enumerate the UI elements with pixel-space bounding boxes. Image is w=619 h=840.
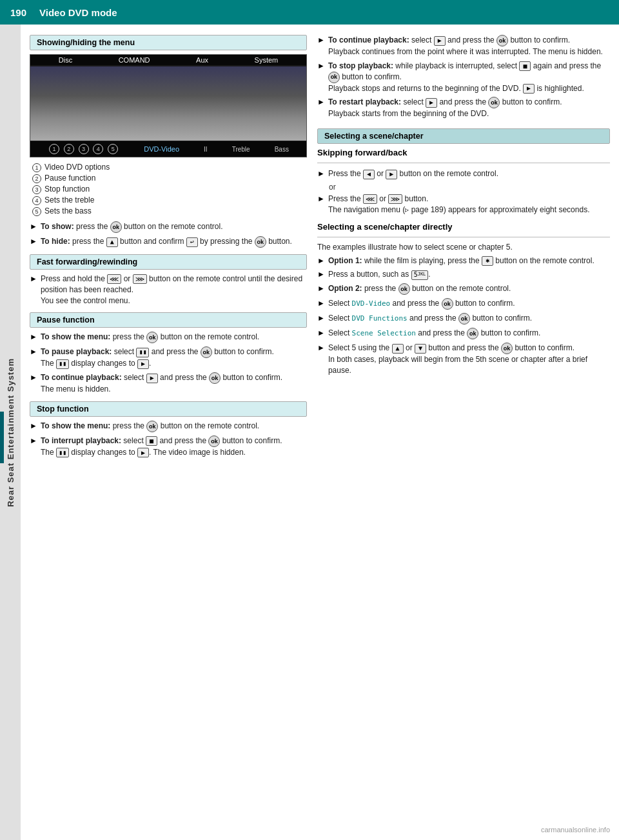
numbered-items: 1 Video DVD options 2 Pause function 3 S… <box>30 163 307 216</box>
list-item: 5 Sets the bass <box>32 206 307 216</box>
page-title: Video DVD mode <box>39 7 117 18</box>
bullet-select-5: ► Select 5 using the ▲ or ▼ button and p… <box>317 343 610 376</box>
bullet-pause-playback: ► To pause playback: select ▮▮ and press… <box>30 346 307 369</box>
list-item: 4 Sets the treble <box>32 195 307 205</box>
page-number: 190 <box>10 7 26 18</box>
bullet-to-hide: ► To hide: press the ▲ button and confir… <box>30 236 307 248</box>
list-item: 3 Stop function <box>32 185 307 194</box>
dvd-screenshot: Disc COMAND Aux System 1 2 3 4 5 DVD-Vid… <box>30 54 307 157</box>
left-column: Showing/hiding the menu Disc COMAND Aux … <box>30 35 307 461</box>
bullet-press-button: ► Press a button, such as 5JKL. <box>317 269 610 280</box>
selecting-directly-heading: Selecting a scene/chapter directly <box>317 222 610 232</box>
bullet-skip-nav: ► Press the ⋘ or ⋙ button. The navigatio… <box>317 194 610 215</box>
right-column: ► To continue playback: select ▶ and pre… <box>317 35 610 461</box>
bullet-option1: ► Option 1: while the film is playing, p… <box>317 255 610 266</box>
section-stop: Stop function <box>30 401 307 417</box>
separator <box>317 163 610 163</box>
bullet-fast-forward: ► Press and hold the ⋘ or ⋙ button on th… <box>30 274 307 306</box>
bullet-option2: ► Option 2: press the ok button on the r… <box>317 283 610 295</box>
separator2 <box>317 237 610 237</box>
skipping-heading: Skipping forward/back <box>317 148 610 157</box>
section-pause: Pause function <box>30 312 307 328</box>
dvd-bottom-bar: 1 2 3 4 5 DVD-Video II Treble Bass <box>30 141 306 157</box>
bullet-stop-show: ► To show the menu: press the ok button … <box>30 421 307 432</box>
list-item: 2 Pause function <box>32 174 307 183</box>
bullet-pause-continue: ► To continue playback: select ▶ and pre… <box>30 372 307 395</box>
bullet-pause-show: ► To show the menu: press the ok button … <box>30 332 307 343</box>
bullet-stop-interrupt: ► To interrupt playback: select ■ and pr… <box>30 435 307 458</box>
bullet-select-sceneselection: ► Select Scene Selection and press the o… <box>317 328 610 339</box>
bullet-select-dvdvideo: ► Select DVD-Video and press the ok butt… <box>317 298 610 310</box>
bullet-stop-playback: ► To stop playback: while playback is in… <box>317 61 610 94</box>
list-item: 1 Video DVD options <box>32 163 307 172</box>
sidebar-label: Rear Seat Entertainment System <box>6 358 15 507</box>
bullet-select-dvdfunctions: ► Select DVD Functions and press the ok … <box>317 313 610 325</box>
dvd-top-bar: Disc COMAND Aux System <box>30 55 306 65</box>
bullet-to-show: ► To show: press the ok button on the re… <box>30 221 307 233</box>
selecting-intro: The examples illustrate how to select sc… <box>317 243 610 252</box>
bullet-skip-remote: ► Press the ◀ or ▶ button on the remote … <box>317 168 610 179</box>
section-scene-chapter: Selecting a scene/chapter <box>317 128 610 144</box>
header-bar: 190 Video DVD mode <box>0 0 619 25</box>
bullet-restart-playback: ► To restart playback: select ▶ and pres… <box>317 97 610 119</box>
bullet-continue-playback: ► To continue playback: select ▶ and pre… <box>317 35 610 57</box>
sidebar-accent <box>0 412 4 463</box>
section-showing-hiding: Showing/hiding the menu <box>30 35 307 50</box>
main-content: Showing/hiding the menu Disc COMAND Aux … <box>21 25 619 472</box>
or-text: or <box>329 183 610 192</box>
watermark: carmanualsonline.info <box>541 826 610 834</box>
dvd-landscape-image <box>30 66 306 141</box>
section-fast-forward: Fast forwarding/rewinding <box>30 254 307 270</box>
